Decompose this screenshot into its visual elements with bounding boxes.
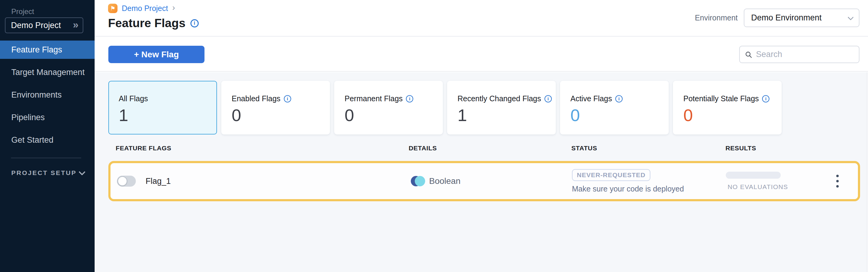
sidebar-nav: Feature Flags Target Management Environm… xyxy=(0,40,95,154)
breadcrumb-project-link[interactable]: Demo Project xyxy=(122,4,168,13)
results-label: NO EVALUATIONS xyxy=(726,183,788,191)
info-icon[interactable] xyxy=(284,95,291,102)
search-box xyxy=(739,46,860,63)
card-recently-changed-flags[interactable]: Recently Changed Flags 1 xyxy=(447,81,556,134)
title-row: Feature Flags xyxy=(108,16,199,30)
environment-select[interactable]: Demo Environment xyxy=(744,8,860,27)
breadcrumb-separator-icon: › xyxy=(172,4,175,13)
card-all-flags[interactable]: All Flags 1 xyxy=(108,81,217,134)
card-value: 0 xyxy=(683,107,774,124)
environment-label: Environment xyxy=(695,13,738,22)
card-label: All Flags xyxy=(119,94,148,103)
info-icon[interactable] xyxy=(615,95,623,102)
card-enabled-flags[interactable]: Enabled Flags 0 xyxy=(221,81,330,134)
card-label: Recently Changed Flags xyxy=(458,94,541,103)
sidebar-section-project-setup[interactable]: PROJECT SETUP xyxy=(11,168,84,178)
card-value: 0 xyxy=(345,107,435,124)
results-empty-bar xyxy=(726,172,781,179)
card-potentially-stale-flags[interactable]: Potentially Stale Flags 0 xyxy=(673,81,782,134)
card-active-flags[interactable]: Active Flags 0 xyxy=(560,81,669,134)
environment-select-value: Demo Environment xyxy=(751,13,822,23)
card-label: Potentially Stale Flags xyxy=(683,94,759,103)
column-header-status: STATUS xyxy=(571,144,597,152)
info-icon[interactable] xyxy=(545,95,552,102)
card-permanent-flags[interactable]: Permanent Flags 0 xyxy=(334,81,443,134)
column-header-results: RESULTS xyxy=(725,144,756,152)
column-header-details: DETAILS xyxy=(409,144,437,152)
toggle-knob-icon xyxy=(118,176,127,186)
status-hint: Make sure your code is deployed xyxy=(572,184,684,193)
flag-name[interactable]: Flag_1 xyxy=(146,176,171,186)
new-flag-button[interactable]: + New Flag xyxy=(108,46,205,63)
card-label: Active Flags xyxy=(570,94,612,103)
breadcrumb: ⚑ Demo Project › xyxy=(108,4,175,13)
search-icon xyxy=(745,50,752,59)
sidebar-divider xyxy=(11,158,81,158)
card-value: 1 xyxy=(119,107,209,124)
main-content: All Flags 1 Enabled Flags 0 Permanent Fl… xyxy=(95,72,868,272)
project-selector[interactable]: Demo Project » xyxy=(5,18,83,33)
chevron-down-icon xyxy=(79,169,86,176)
flag-type-label: Boolean xyxy=(429,176,461,186)
scrollbar-track[interactable] xyxy=(867,72,868,272)
card-value: 0 xyxy=(570,107,661,124)
project-label: Project xyxy=(11,7,34,16)
sidebar-item-get-started[interactable]: Get Started xyxy=(0,131,95,149)
info-icon[interactable] xyxy=(406,95,413,102)
sidebar-item-target-management[interactable]: Target Management xyxy=(0,63,95,81)
page-header: ⚑ Demo Project › Feature Flags Environme… xyxy=(95,0,868,37)
info-icon[interactable] xyxy=(762,95,769,102)
title-info-icon[interactable] xyxy=(190,19,199,28)
page-title: Feature Flags xyxy=(108,16,186,30)
search-input[interactable] xyxy=(756,50,854,59)
toolbar: + New Flag xyxy=(95,37,868,72)
flag-row[interactable]: Flag_1 Boolean NEVER-REQUESTED Make sure… xyxy=(108,161,860,201)
project-selector-value: Demo Project xyxy=(11,21,61,30)
status-badge: NEVER-REQUESTED xyxy=(572,169,650,181)
sidebar-item-feature-flags[interactable]: Feature Flags xyxy=(0,40,95,59)
card-label: Permanent Flags xyxy=(345,94,403,103)
feature-flags-module-icon: ⚑ xyxy=(108,4,118,13)
flag-status-cell: NEVER-REQUESTED Make sure your code is d… xyxy=(572,169,684,193)
app-root: Project Demo Project » Feature Flags Tar… xyxy=(0,0,868,272)
environment-group: Environment Demo Environment xyxy=(695,8,860,27)
card-label: Enabled Flags xyxy=(231,94,280,103)
column-header-feature-flags: FEATURE FLAGS xyxy=(116,144,171,152)
sidebar-item-pipelines[interactable]: Pipelines xyxy=(0,108,95,127)
card-value: 1 xyxy=(458,107,548,124)
expand-panel-icon: » xyxy=(73,20,77,31)
flag-toggle[interactable] xyxy=(117,176,136,186)
sidebar-item-environments[interactable]: Environments xyxy=(0,86,95,104)
boolean-type-icon xyxy=(411,175,425,187)
chevron-down-icon xyxy=(847,14,854,20)
row-options-menu-icon[interactable] xyxy=(833,172,842,191)
card-value: 0 xyxy=(231,107,322,124)
sidebar: Project Demo Project » Feature Flags Tar… xyxy=(0,0,95,272)
flag-details-cell: Boolean xyxy=(411,175,461,187)
flag-results-cell: NO EVALUATIONS xyxy=(726,172,788,191)
summary-cards: All Flags 1 Enabled Flags 0 Permanent Fl… xyxy=(108,81,782,134)
